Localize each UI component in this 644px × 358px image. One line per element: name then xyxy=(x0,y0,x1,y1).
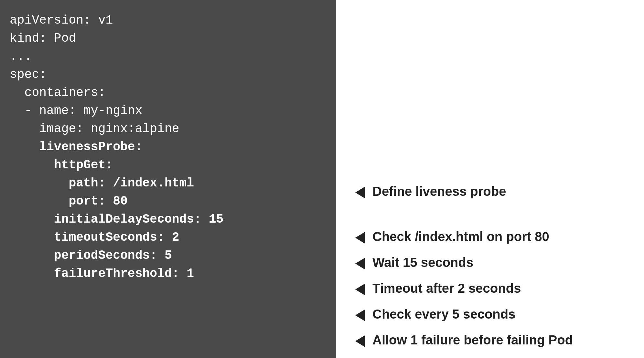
code-line: path: /index.html xyxy=(10,174,327,192)
annotation-wait: ◀ Wait 15 seconds xyxy=(356,255,473,270)
code-line: containers: xyxy=(10,84,327,102)
annotation-period: ◀ Check every 5 seconds xyxy=(356,307,515,321)
triangle-left-icon: ◀ xyxy=(356,306,365,322)
annotation-text: Wait 15 seconds xyxy=(372,255,473,270)
code-line: - name: my-nginx xyxy=(10,102,327,120)
triangle-left-icon: ◀ xyxy=(356,332,365,348)
code-line: livenessProbe: xyxy=(10,138,327,156)
triangle-left-icon: ◀ xyxy=(356,280,365,296)
annotation-text: Check every 5 seconds xyxy=(372,307,515,321)
annotation-text: Check /index.html on port 80 xyxy=(372,229,549,244)
annotation-failure: ◀ Allow 1 failure before failing Pod xyxy=(356,333,573,347)
code-line: apiVersion: v1 xyxy=(10,11,327,29)
code-line: periodSeconds: 5 xyxy=(10,247,327,265)
triangle-left-icon: ◀ xyxy=(356,183,365,199)
code-line: ... xyxy=(10,47,327,66)
code-line: spec: xyxy=(10,66,327,84)
code-line: kind: Pod xyxy=(10,29,327,47)
code-line: port: 80 xyxy=(10,192,327,210)
annotation-text: Define liveness probe xyxy=(372,184,506,199)
code-line: initialDelaySeconds: 15 xyxy=(10,210,327,228)
triangle-left-icon: ◀ xyxy=(356,254,365,270)
annotation-timeout: ◀ Timeout after 2 seconds xyxy=(356,281,521,296)
annotation-text: Allow 1 failure before failing Pod xyxy=(372,333,573,347)
annotation-liveness: ◀ Define liveness probe xyxy=(356,184,506,199)
code-pane: apiVersion: v1kind: Pod...spec: containe… xyxy=(0,0,336,358)
annotation-text: Timeout after 2 seconds xyxy=(372,281,521,296)
annotation-pane: ◀ Define liveness probe ◀ Check /index.h… xyxy=(336,0,644,358)
annotation-check-path: ◀ Check /index.html on port 80 xyxy=(356,229,549,244)
code-line: image: nginx:alpine xyxy=(10,120,327,138)
code-line: httpGet: xyxy=(10,156,327,174)
code-line: failureThreshold: 1 xyxy=(10,265,327,283)
code-line: timeoutSeconds: 2 xyxy=(10,228,327,247)
triangle-left-icon: ◀ xyxy=(356,228,365,245)
